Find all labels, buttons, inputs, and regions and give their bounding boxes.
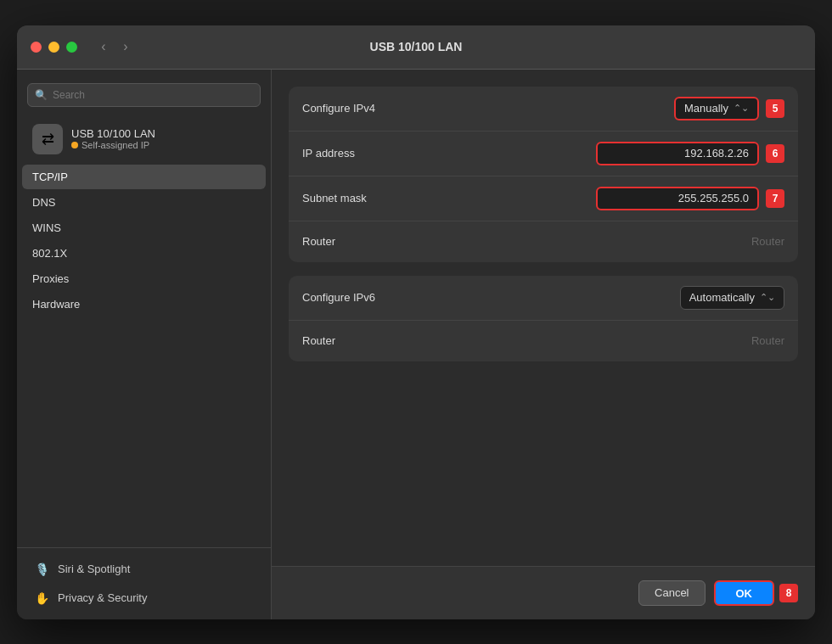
- minimize-button[interactable]: [48, 42, 59, 53]
- titlebar: ‹ › USB 10/100 LAN: [17, 25, 815, 70]
- siri-icon: 🎙️: [32, 560, 51, 579]
- sidebar-item-tcpip[interactable]: TCP/IP: [22, 165, 266, 189]
- detail-content: Configure IPv4 Manually ⌃⌄ 5 IP address: [272, 70, 815, 566]
- ipv4-section: Configure IPv4 Manually ⌃⌄ 5 IP address: [289, 87, 798, 262]
- device-item[interactable]: ⇄ USB 10/100 LAN Self-assigned IP: [22, 117, 266, 161]
- ipv6-router-placeholder: Router: [751, 334, 784, 347]
- ipv6-router-label: Router: [302, 334, 751, 347]
- ip-address-input[interactable]: [596, 142, 759, 165]
- sidebar: 🔍 ⇄ USB 10/100 LAN Self-assigned IP TCP/…: [17, 70, 272, 619]
- ipv4-router-value: Router: [751, 235, 784, 248]
- main-window: ‹ › USB 10/100 LAN 🔍 ⇄ USB 10/100 LAN Se…: [17, 25, 815, 619]
- detail-footer: Cancel OK 8: [272, 566, 815, 619]
- ipv6-router-row: Router Router: [289, 321, 798, 361]
- maximize-button[interactable]: [66, 42, 77, 53]
- ok-button[interactable]: OK: [714, 580, 775, 606]
- ipv4-router-placeholder: Router: [751, 235, 784, 248]
- sidebar-item-8021x[interactable]: 802.1X: [22, 241, 266, 266]
- configure-ipv6-row: Configure IPv6 Automatically ⌃⌄: [289, 276, 798, 321]
- sidebar-bottom: 🎙️ Siri & Spotlight ✋ Privacy & Security: [17, 547, 271, 619]
- ip-address-label: IP address: [302, 147, 596, 160]
- configure-ipv6-label: Configure IPv6: [302, 291, 680, 304]
- subnet-mask-label: Subnet mask: [302, 192, 596, 204]
- siri-label: Siri & Spotlight: [58, 563, 130, 575]
- sidebar-nav: TCP/IP DNS WINS 802.1X Proxies Hardware: [17, 165, 271, 317]
- ip-address-value: 6: [596, 142, 784, 165]
- detail-panel: Configure IPv4 Manually ⌃⌄ 5 IP address: [272, 70, 815, 619]
- subnet-mask-value: 7: [596, 187, 784, 210]
- device-status: Self-assigned IP: [71, 140, 155, 150]
- configure-ipv6-dropdown[interactable]: Automatically ⌃⌄: [680, 286, 784, 310]
- sidebar-item-privacy[interactable]: ✋ Privacy & Security: [22, 584, 266, 613]
- sidebar-item-hardware[interactable]: Hardware: [22, 292, 266, 316]
- chevron-ipv6-icon: ⌃⌄: [760, 292, 775, 303]
- configure-ipv4-badge: 5: [766, 99, 784, 118]
- subnet-mask-row: Subnet mask 7: [289, 176, 798, 221]
- search-icon: 🔍: [35, 89, 48, 101]
- ok-badge: 8: [779, 584, 798, 602]
- status-dot: [71, 142, 78, 148]
- ipv4-router-label: Router: [302, 235, 751, 248]
- ip-address-badge: 6: [766, 144, 784, 163]
- sidebar-item-wins[interactable]: WINS: [22, 216, 266, 240]
- subnet-mask-badge: 7: [766, 189, 784, 208]
- search-input[interactable]: [53, 89, 253, 101]
- ipv6-section: Configure IPv6 Automatically ⌃⌄ Router R…: [289, 276, 798, 361]
- sidebar-item-siri[interactable]: 🎙️ Siri & Spotlight: [22, 555, 266, 584]
- ipv6-router-value: Router: [751, 334, 784, 347]
- forward-button[interactable]: ›: [116, 37, 135, 56]
- privacy-label: Privacy & Security: [58, 591, 147, 604]
- sidebar-item-dns[interactable]: DNS: [22, 190, 266, 215]
- device-info: USB 10/100 LAN Self-assigned IP: [71, 127, 155, 150]
- configure-ipv4-dropdown[interactable]: Manually ⌃⌄: [674, 97, 759, 120]
- configure-ipv6-dropdown-label: Automatically: [689, 291, 755, 304]
- cancel-button[interactable]: Cancel: [638, 580, 705, 606]
- configure-ipv6-value: Automatically ⌃⌄: [680, 286, 784, 310]
- device-status-label: Self-assigned IP: [82, 140, 149, 150]
- ip-address-row: IP address 6: [289, 132, 798, 176]
- sidebar-item-proxies[interactable]: Proxies: [22, 266, 266, 291]
- titlebar-nav: ‹ ›: [94, 37, 135, 56]
- ok-wrapper: OK 8: [714, 580, 799, 606]
- subnet-mask-input[interactable]: [596, 187, 759, 210]
- main-content: 🔍 ⇄ USB 10/100 LAN Self-assigned IP TCP/…: [17, 70, 815, 619]
- configure-ipv4-dropdown-label: Manually: [684, 102, 728, 115]
- configure-ipv4-value: Manually ⌃⌄ 5: [674, 97, 784, 120]
- chevron-up-down-icon: ⌃⌄: [734, 103, 749, 114]
- search-bar[interactable]: 🔍: [27, 83, 261, 107]
- back-button[interactable]: ‹: [94, 37, 113, 56]
- traffic-lights: [31, 42, 77, 53]
- close-button[interactable]: [31, 42, 42, 53]
- window-title: USB 10/100 LAN: [370, 40, 463, 53]
- configure-ipv4-label: Configure IPv4: [302, 102, 674, 115]
- device-icon: ⇄: [32, 124, 63, 154]
- device-name: USB 10/100 LAN: [71, 127, 155, 140]
- privacy-icon: ✋: [32, 589, 51, 608]
- configure-ipv4-row: Configure IPv4 Manually ⌃⌄ 5: [289, 87, 798, 132]
- ipv4-router-row: Router Router: [289, 221, 798, 262]
